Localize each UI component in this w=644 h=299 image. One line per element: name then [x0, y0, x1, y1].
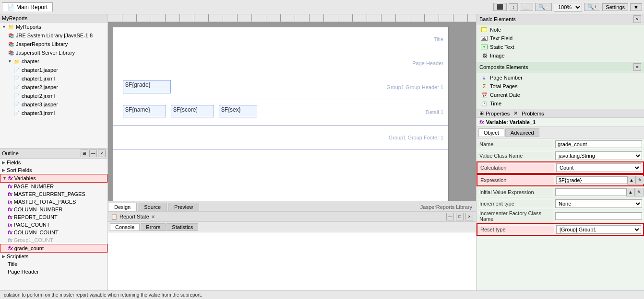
- prop-incrementer-input[interactable]: [555, 212, 642, 220]
- tree-item-ch3jasper[interactable]: 📄 chapter3.jasper: [0, 100, 107, 109]
- prop-reset-value: [Group] Group1: [554, 224, 643, 235]
- tab-design[interactable]: Design: [108, 203, 137, 211]
- status-bar: culation to perform on the master report…: [0, 290, 644, 299]
- composite-scroll-btn[interactable]: ≡: [633, 63, 641, 71]
- report-icon: 📄: [7, 4, 14, 11]
- prop-incrementer-factory: Incrementer Factory Class Name: [477, 209, 644, 223]
- properties-separator: ✕: [513, 110, 518, 116]
- library-label: JasperReports Library: [417, 203, 476, 211]
- element-time[interactable]: 🕐 Time: [477, 99, 643, 108]
- outline-fields[interactable]: ▶ Fields: [0, 159, 107, 166]
- prop-increment-select[interactable]: None: [555, 199, 642, 208]
- report-state-min[interactable]: —: [446, 213, 454, 220]
- prop-expression-input[interactable]: [556, 176, 627, 184]
- tree-item-ch3jrxml[interactable]: 📄 chapter3.jrxml: [0, 109, 107, 117]
- report-state-max[interactable]: □: [456, 213, 464, 220]
- toolbar-btn-2[interactable]: ↕: [509, 3, 518, 11]
- prop-expression-edit[interactable]: ✎: [636, 176, 644, 184]
- zoom-select[interactable]: 100%: [554, 3, 582, 12]
- tab-console[interactable]: Console: [110, 223, 140, 231]
- tree-root[interactable]: ▼ 📁 MyReports: [0, 23, 107, 31]
- main-report-label: Main Report: [16, 4, 48, 11]
- outline-variables[interactable]: ▼ fx Variables: [0, 174, 107, 183]
- tree-item-jre[interactable]: 📚 JRE System Library [JavaSE-1.8: [0, 31, 107, 40]
- zoom-in-btn[interactable]: 🔍+: [584, 3, 600, 11]
- prop-reset-type: Reset type [Group] Group1: [477, 223, 644, 236]
- outline-var-column-number[interactable]: fx COLUMN_NUMBER: [0, 206, 107, 213]
- outline-scriptlets[interactable]: ▶ Scriptlets: [0, 253, 107, 260]
- field-sex[interactable]: $F{sex}: [219, 105, 257, 117]
- outline-var-column-count[interactable]: fx COLUMN_COUNT: [0, 229, 107, 236]
- outline-btn-expand[interactable]: ⊞: [81, 150, 88, 157]
- element-currentdate[interactable]: 📅 Current Date: [477, 91, 643, 99]
- element-totalpages[interactable]: Σ Total Pages: [477, 82, 643, 91]
- variable-title-bar: fx Variable: Variable_1: [477, 118, 644, 127]
- prop-value-class-select[interactable]: java.lang.String: [555, 151, 642, 160]
- composite-title: Composite Elements: [479, 64, 528, 70]
- outline-header: Outline ⊞ — ×: [0, 149, 107, 159]
- prop-initial-edit[interactable]: ✎: [635, 188, 644, 196]
- properties-header: ⊞ Properties ✕ Problems: [477, 109, 644, 118]
- top-toolbar: 📄 Main Report ⬛ ↕ ⬜ 🔍− 100% 🔍+ Settings …: [0, 0, 644, 14]
- outline-var-master-total[interactable]: fx MASTER_TOTAL_PAGES: [0, 198, 107, 206]
- problems-tab-label[interactable]: Problems: [522, 111, 544, 116]
- outline-btn-close[interactable]: ×: [98, 150, 106, 157]
- outline-var-grade-count[interactable]: fx grade_count: [0, 244, 107, 253]
- prop-value-class: Value Class Name java.lang.String: [477, 150, 644, 161]
- field-score[interactable]: $F{score}: [171, 105, 214, 117]
- outline-page-header[interactable]: Page Header: [0, 268, 107, 276]
- outline-sort-fields[interactable]: ▶ Sort Fields: [0, 166, 107, 174]
- section-detail: $F{name} $F{score} $F{sex} Detail 1: [113, 99, 448, 126]
- tab-errors[interactable]: Errors: [141, 223, 166, 231]
- prop-expression-up[interactable]: ▲: [627, 176, 636, 184]
- tree-item-jaspersoft[interactable]: 📚 Jaspersoft Server Library: [0, 48, 107, 57]
- element-pagenumber[interactable]: # Page Number: [477, 73, 643, 82]
- main-report-tab[interactable]: 📄 Main Report: [2, 2, 53, 12]
- prop-initial-up[interactable]: ▲: [626, 188, 635, 196]
- outline-var-group1-count[interactable]: fx Group1_COUNT: [0, 236, 107, 244]
- prop-name-input[interactable]: [555, 140, 642, 148]
- outline-page-header-label: Page Header: [8, 269, 39, 275]
- element-textfield[interactable]: ab Text Field: [477, 34, 643, 43]
- statictext-icon: T: [480, 44, 488, 50]
- prop-reset-select[interactable]: [Group] Group1: [556, 225, 641, 234]
- tree-item-ch2jrxml[interactable]: 📄 chapter2.jrxml: [0, 92, 107, 100]
- prop-calculation-select[interactable]: Count: [556, 163, 641, 172]
- zoom-out-btn[interactable]: 🔍−: [535, 3, 551, 11]
- basic-elements-close[interactable]: ×: [633, 15, 641, 23]
- outline-var-master-current[interactable]: fx MASTER_CURRENT_PAGES: [0, 190, 107, 198]
- tree-item-ch2jasper[interactable]: 📄 chapter2.jasper: [0, 83, 107, 92]
- tab-object[interactable]: Object: [478, 128, 504, 137]
- status-text: culation to perform on the master report…: [4, 292, 202, 298]
- element-statictext[interactable]: T Static Text: [477, 43, 643, 51]
- prop-calculation: Calculation Count: [477, 161, 644, 174]
- tab-source[interactable]: Source: [138, 203, 167, 211]
- field-name[interactable]: $F{name}: [123, 105, 166, 117]
- field-grade[interactable]: $F{grade}: [123, 80, 171, 93]
- element-note[interactable]: Note: [477, 25, 643, 34]
- tab-preview[interactable]: Preview: [168, 203, 199, 211]
- section-group-header: $F{grade} Group1 Group Header 1: [113, 75, 448, 99]
- tree-item-jasper[interactable]: 📚 JasperReports Library: [0, 40, 107, 48]
- outline-var-report-count[interactable]: fx REPORT_COUNT: [0, 213, 107, 221]
- outline-title[interactable]: Title: [0, 260, 107, 268]
- tab-advanced[interactable]: Advanced: [505, 128, 539, 137]
- outline-sort-label: Sort Fields: [7, 167, 32, 173]
- tab-statistics[interactable]: Statistics: [167, 223, 198, 231]
- outline-var-page-number[interactable]: fx PAGE_NUMBER: [0, 183, 107, 190]
- section-title: Title: [113, 27, 448, 51]
- tree-item-ch1jrxml[interactable]: 📄 chapter1.jrxml: [0, 74, 107, 83]
- settings-dropdown-btn[interactable]: ▼: [630, 3, 642, 11]
- toolbar-btn-3[interactable]: ⬜: [520, 3, 533, 11]
- tree-item-chapter[interactable]: ▼ 📁 PAGE_NUMBER chapter: [0, 57, 107, 66]
- prop-expression: Expression ▲ ✎: [477, 174, 644, 186]
- tree-item-ch1jasper[interactable]: 📄 chapter1.jasper: [0, 66, 107, 74]
- element-image[interactable]: 🖼 Image: [477, 51, 643, 60]
- prop-incrementer-label: Incrementer Factory Class Name: [477, 209, 553, 223]
- outline-var-page-count[interactable]: fx PAGE_COUNT: [0, 221, 107, 229]
- outline-btn-collapse[interactable]: —: [89, 150, 97, 157]
- toolbar-btn-1[interactable]: ⬛: [493, 3, 507, 11]
- settings-btn[interactable]: Settings: [602, 3, 628, 11]
- report-state-close[interactable]: ×: [465, 213, 473, 220]
- prop-initial-input[interactable]: [555, 188, 626, 196]
